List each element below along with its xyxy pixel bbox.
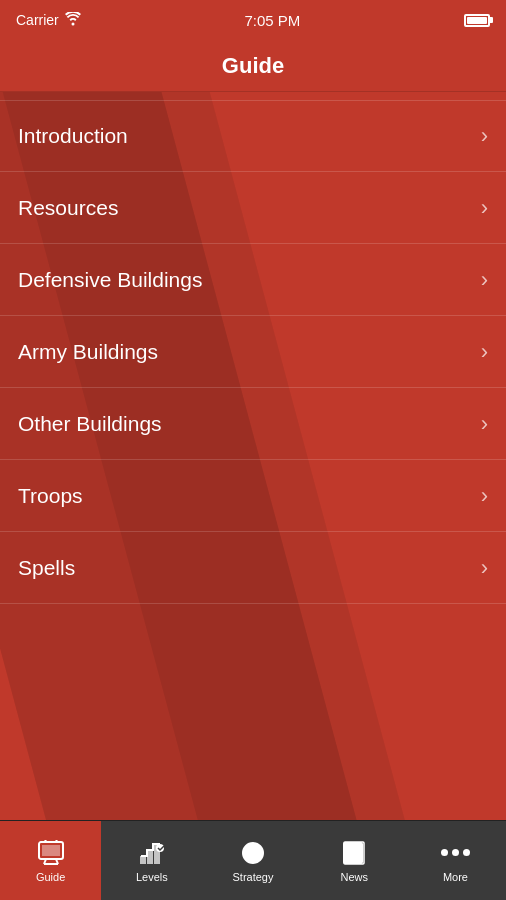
menu-item-resources[interactable]: Resources › (0, 172, 506, 244)
tab-levels[interactable]: Levels (101, 821, 202, 900)
battery-icon (464, 14, 490, 27)
chevron-icon: › (481, 485, 488, 507)
svg-rect-7 (140, 856, 146, 864)
menu-item-spells[interactable]: Spells › (0, 532, 506, 604)
tab-guide-label: Guide (36, 871, 65, 883)
svg-rect-19 (347, 847, 359, 852)
tab-more-label: More (443, 871, 468, 883)
status-bar: Carrier 7:05 PM (0, 0, 506, 40)
menu-item-troops[interactable]: Troops › (0, 460, 506, 532)
guide-icon (36, 839, 66, 867)
tab-guide[interactable]: Guide (0, 821, 101, 900)
carrier-label: Carrier (16, 12, 59, 28)
strategy-icon (238, 839, 268, 867)
levels-icon (137, 839, 167, 867)
chevron-icon: › (481, 197, 488, 219)
tab-more[interactable]: More (405, 821, 506, 900)
tab-strategy-label: Strategy (233, 871, 274, 883)
svg-rect-18 (344, 843, 362, 863)
menu-item-other-buildings[interactable]: Other Buildings › (0, 388, 506, 460)
header: Guide (0, 40, 506, 92)
chevron-icon: › (481, 269, 488, 291)
menu-item-label: Spells (18, 556, 75, 580)
menu-item-label: Resources (18, 196, 118, 220)
svg-rect-1 (42, 845, 60, 856)
tab-news[interactable]: News (304, 821, 405, 900)
menu-list: Introduction › Resources › Defensive Bui… (0, 92, 506, 612)
chevron-icon: › (481, 341, 488, 363)
more-icon (440, 839, 470, 867)
content-area: Introduction › Resources › Defensive Bui… (0, 92, 506, 820)
status-left: Carrier (16, 12, 81, 29)
svg-point-13 (251, 851, 255, 855)
status-right (464, 14, 490, 27)
page-title: Guide (222, 53, 284, 79)
menu-item-label: Army Buildings (18, 340, 158, 364)
tab-news-label: News (340, 871, 368, 883)
chevron-icon: › (481, 413, 488, 435)
menu-item-label: Introduction (18, 124, 128, 148)
tab-strategy[interactable]: Strategy (202, 821, 303, 900)
menu-item-defensive-buildings[interactable]: Defensive Buildings › (0, 244, 506, 316)
chevron-icon: › (481, 557, 488, 579)
tab-levels-label: Levels (136, 871, 168, 883)
status-time: 7:05 PM (244, 12, 300, 29)
news-icon (339, 839, 369, 867)
chevron-icon: › (481, 125, 488, 147)
menu-item-label: Defensive Buildings (18, 268, 202, 292)
menu-item-army-buildings[interactable]: Army Buildings › (0, 316, 506, 388)
wifi-icon (65, 12, 81, 29)
menu-item-introduction[interactable]: Introduction › (0, 100, 506, 172)
tab-bar: Guide Levels (0, 820, 506, 900)
menu-item-label: Other Buildings (18, 412, 162, 436)
menu-item-label: Troops (18, 484, 83, 508)
